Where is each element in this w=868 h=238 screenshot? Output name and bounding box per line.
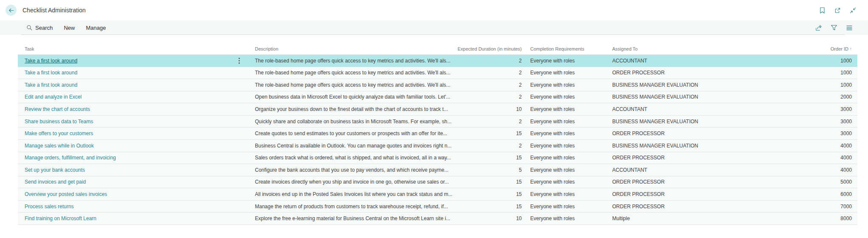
description-cell: The role-based home page offers quick ac…: [248, 70, 463, 76]
table-row[interactable]: Send invoices and get paid Create invoic…: [18, 176, 857, 189]
task-link[interactable]: Take a first look around: [25, 82, 77, 88]
share-icon[interactable]: [815, 24, 822, 31]
assigned-to-cell: ORDER PROCESSOR: [612, 70, 803, 76]
completion-requirements-cell: Everyone with roles: [530, 179, 612, 185]
page-title: Checklist Administration: [23, 0, 86, 20]
app-window: Checklist Administration Search New Mana…: [0, 0, 868, 225]
assigned-to-cell: BUSINESS MANAGER EVALUATION: [612, 143, 803, 149]
table-header: Task Description Expected Duration (in m…: [18, 43, 857, 55]
task-cell: Take a first look around: [18, 70, 230, 76]
table-row[interactable]: Make offers to your customers Create quo…: [18, 128, 857, 140]
expected-duration-cell: 2: [463, 94, 522, 100]
expected-duration-cell: 15: [463, 155, 522, 161]
task-link[interactable]: Find training on Microsoft Learn: [25, 215, 96, 221]
assigned-to-cell: ORDER PROCESSOR: [612, 204, 803, 210]
table-row[interactable]: Edit and analyze in Excel Open business …: [18, 91, 857, 104]
order-id-label: Order ID: [831, 46, 848, 51]
task-cell: Send invoices and get paid: [18, 179, 230, 185]
row-menu-cell: [230, 178, 248, 185]
expected-duration-cell: 2: [463, 82, 522, 88]
description-cell: Business Central is available in Outlook…: [248, 143, 463, 149]
table-row[interactable]: Manage orders, fulfillment, and invoicin…: [18, 152, 857, 164]
description-cell: The role-based home page offers quick ac…: [248, 82, 463, 88]
order-id-cell: 3000: [803, 119, 852, 125]
choose-view-options-icon[interactable]: [845, 24, 853, 31]
column-header-task[interactable]: Task: [18, 46, 230, 51]
expected-duration-cell: 15: [463, 179, 522, 185]
order-id-cell: 1000: [803, 70, 852, 76]
table-row[interactable]: Find training on Microsoft Learn Explore…: [18, 212, 857, 225]
expected-duration-cell: 2: [463, 58, 522, 64]
task-cell: Manage sales while in Outlook: [18, 143, 230, 149]
task-link[interactable]: Take a first look around: [25, 58, 77, 64]
completion-requirements-cell: Everyone with roles: [530, 204, 612, 210]
search-button[interactable]: Search: [26, 25, 53, 31]
completion-requirements-cell: Everyone with roles: [530, 94, 612, 100]
task-link[interactable]: Set up your bank accounts: [25, 167, 85, 173]
row-menu-cell: [230, 94, 248, 100]
new-button[interactable]: New: [64, 25, 75, 31]
description-cell: Explore the free e-learning material for…: [248, 215, 463, 221]
task-link[interactable]: Make offers to your customers: [25, 130, 93, 136]
column-header-order-id[interactable]: Order ID ↑: [803, 46, 852, 51]
assigned-to-cell: BUSINESS MANAGER EVALUATION: [612, 94, 803, 100]
row-menu-cell: [230, 203, 248, 210]
task-link[interactable]: Manage sales while in Outlook: [25, 143, 94, 149]
toolbar-view-actions: [815, 24, 868, 31]
task-cell: Share business data to Teams: [18, 119, 230, 125]
expected-duration-cell: 15: [463, 130, 522, 136]
task-cell: Take a first look around: [18, 82, 230, 88]
expected-duration-cell: 2: [463, 119, 522, 125]
row-menu-cell: [230, 167, 248, 173]
row-menu-icon[interactable]: [236, 57, 242, 64]
table-row[interactable]: Take a first look around The role-based …: [18, 55, 857, 67]
task-cell: Find training on Microsoft Learn: [18, 215, 230, 221]
column-header-description[interactable]: Description: [248, 46, 463, 51]
task-cell: Edit and analyze in Excel: [18, 94, 230, 100]
back-button[interactable]: [6, 5, 17, 16]
order-id-cell: 2000: [803, 94, 852, 100]
row-menu-cell: [230, 154, 248, 161]
manage-button[interactable]: Manage: [86, 25, 106, 31]
task-cell: Manage orders, fulfillment, and invoicin…: [18, 155, 230, 161]
collapse-window-icon[interactable]: [849, 7, 856, 14]
task-link[interactable]: Share business data to Teams: [25, 119, 93, 125]
completion-requirements-cell: Everyone with roles: [530, 119, 612, 125]
search-label: Search: [35, 25, 53, 31]
row-menu-cell: [230, 106, 248, 113]
bookmark-icon[interactable]: [819, 7, 826, 14]
column-header-assigned-to[interactable]: Assigned To: [612, 46, 803, 51]
assigned-to-cell: ORDER PROCESSOR: [612, 155, 803, 161]
table-row[interactable]: Process sales returns Manage the return …: [18, 201, 857, 213]
task-link[interactable]: Process sales returns: [25, 204, 74, 210]
order-id-cell: 5000: [803, 179, 852, 185]
table-row[interactable]: Overview your posted sales invoices All …: [18, 188, 857, 201]
task-link[interactable]: Send invoices and get paid: [25, 179, 86, 185]
table-row[interactable]: Take a first look around The role-based …: [18, 67, 857, 79]
column-header-expected-duration[interactable]: Expected Duration (in minutes): [463, 46, 522, 51]
open-in-new-window-icon[interactable]: [834, 7, 841, 14]
column-header-completion-requirements[interactable]: Completion Requirements: [530, 46, 612, 51]
title-bar-icons: [819, 0, 856, 20]
table-row[interactable]: Share business data to Teams Quickly sha…: [18, 116, 857, 128]
completion-requirements-cell: Everyone with roles: [530, 70, 612, 76]
task-link[interactable]: Edit and analyze in Excel: [25, 94, 82, 100]
table-row[interactable]: Manage sales while in Outlook Business C…: [18, 140, 857, 152]
task-link[interactable]: Review the chart of accounts: [25, 106, 90, 112]
task-link[interactable]: Take a first look around: [25, 70, 77, 76]
order-id-cell: 1000: [803, 58, 852, 64]
table-row[interactable]: Review the chart of accounts Organize yo…: [18, 103, 857, 116]
row-menu-cell: [230, 118, 248, 125]
completion-requirements-cell: Everyone with roles: [530, 143, 612, 149]
completion-requirements-cell: Everyone with roles: [530, 191, 612, 197]
filter-icon[interactable]: [830, 24, 837, 31]
table-row[interactable]: Set up your bank accounts Configure the …: [18, 164, 857, 176]
task-link[interactable]: Manage orders, fulfillment, and invoicin…: [25, 155, 116, 161]
assigned-to-cell: ACCOUNTANT: [612, 167, 803, 173]
expected-duration-cell: 2: [463, 143, 522, 149]
task-link[interactable]: Overview your posted sales invoices: [25, 191, 107, 197]
table-row[interactable]: Take a first look around The role-based …: [18, 79, 857, 91]
order-id-cell: 4000: [803, 143, 852, 149]
description-cell: Create quotes to send estimates to your …: [248, 130, 463, 136]
order-id-cell: 6000: [803, 191, 852, 197]
